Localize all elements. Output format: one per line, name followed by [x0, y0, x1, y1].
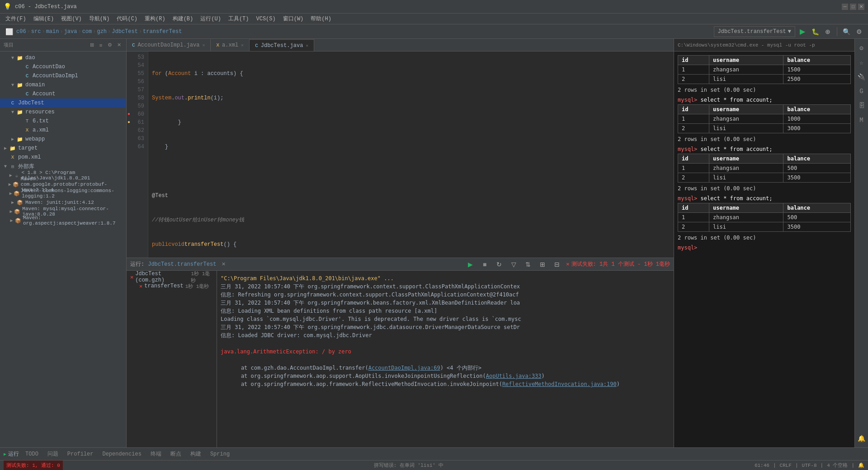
menu-refactor[interactable]: 重构(R)	[141, 14, 169, 24]
search-button[interactable]: 🔍	[841, 26, 852, 37]
menu-build[interactable]: 构建(B)	[169, 14, 197, 24]
bottom-tab-terminal[interactable]: 终端	[146, 448, 166, 460]
menu-edit[interactable]: 编辑(E)	[30, 14, 58, 24]
code-content[interactable]: for (Account i : accounts) { System.out.…	[148, 52, 674, 258]
tree-item-commons[interactable]: ▶ 📦 Maven: commons-logging:commons-loggi…	[0, 189, 126, 198]
side-icon-plugins[interactable]: 🔌	[856, 71, 867, 82]
breadcrumb-java[interactable]: java	[64, 28, 77, 35]
run-expand-button[interactable]: ⊞	[537, 259, 548, 270]
trace-link-1[interactable]: AccountDaoImpl.java:69	[368, 365, 440, 371]
bottom-tab-profiler[interactable]: Profiler	[63, 448, 98, 460]
code-editor[interactable]: 53 54 55 56 57 58 59 ● 60 ● 61 62 63 64	[127, 52, 674, 258]
side-icon-maven[interactable]: M	[856, 115, 867, 126]
menu-run[interactable]: 运行(U)	[197, 14, 225, 24]
menu-vcs[interactable]: VCS(S)	[252, 15, 279, 23]
breadcrumb-com[interactable]: com	[82, 28, 92, 35]
menu-view[interactable]: 视图(V)	[57, 14, 85, 24]
menu-code[interactable]: 代码(C)	[113, 14, 141, 24]
bottom-tab-dependencies[interactable]: Dependencies	[98, 448, 146, 460]
tree-item-mysql[interactable]: ▶ 📦 Maven: mysql:mysql-connector-java:8.…	[0, 207, 126, 216]
tree-item-jdbctest[interactable]: C JdbcTest	[0, 99, 126, 108]
side-icon-notifications[interactable]: 🔔	[856, 433, 867, 444]
tree-label-domain: domain	[25, 82, 45, 88]
tree-arrow-resources: ▼	[9, 110, 16, 115]
side-icon-bookmark[interactable]: ☆	[856, 57, 867, 68]
indent[interactable]: 4 个空格	[827, 462, 848, 469]
right-terminal-content[interactable]: idusernamebalance 1zhangsan1500 2lisi250…	[674, 52, 854, 447]
tab-axml[interactable]: X a.xml ✕	[211, 39, 250, 51]
tree-item-webapp[interactable]: ▶ 📁 webapp	[0, 135, 126, 144]
events-icon[interactable]: 🔔	[858, 462, 864, 468]
tab-jdbctest[interactable]: C JdbcTest.java ✕	[250, 39, 314, 51]
run-restart-button[interactable]: ▶	[465, 259, 476, 270]
bottom-tab-run-active[interactable]: ▶ 运行	[2, 450, 21, 458]
maximize-button[interactable]: □	[850, 4, 856, 10]
tree-item-target[interactable]: ▶ 📁 target	[0, 144, 126, 153]
tree-item-protobuf[interactable]: ▶ 📦 Maven: com.google.protobuf:protobuf-…	[0, 180, 126, 189]
tab-accountdaoimpl[interactable]: C AccountDaoImpl.java ✕	[127, 39, 211, 51]
close-tab-jdbctest[interactable]: ✕	[306, 43, 308, 48]
settings-button[interactable]: ⚙	[854, 26, 864, 37]
breadcrumb-c06[interactable]: c06	[16, 28, 26, 35]
tree-item-domain[interactable]: ▼ 📁 domain	[0, 80, 126, 89]
tree-item-pomxml[interactable]: X pom.xml	[0, 153, 126, 162]
run-button[interactable]: ▶	[797, 26, 808, 37]
side-icon-database[interactable]: 🗄	[856, 100, 867, 111]
side-icon-structure[interactable]: ⚙	[856, 42, 867, 53]
trace-link-3[interactable]: ReflectiveMethodInvocation.java:190	[502, 381, 617, 387]
tree-item-external[interactable]: ▼ ⊞ 外部库	[0, 162, 126, 171]
encoding[interactable]: UTF-8	[802, 463, 817, 468]
run-rerun-button[interactable]: ↻	[494, 259, 505, 270]
close-tab-accountdaoimpl[interactable]: ✕	[202, 42, 205, 48]
toolbar-back-button[interactable]: ⬜	[4, 26, 14, 37]
tree-item-account[interactable]: C Account	[0, 89, 126, 99]
bottom-tab-build[interactable]: 构建	[186, 448, 206, 460]
tree-item-accountdao[interactable]: C AccountDao	[0, 62, 126, 71]
menu-navigate[interactable]: 导航(N)	[85, 14, 113, 24]
panel-collapse-all[interactable]: ≡	[97, 42, 104, 49]
bottom-tab-breakpoints[interactable]: 断点	[166, 448, 186, 460]
minimize-button[interactable]: ─	[842, 4, 848, 10]
breadcrumb-jdbctest[interactable]: JdbcTest	[112, 28, 138, 35]
terminal-output[interactable]: "C:\Program Files\Java\jdk1.8.0_201\bin\…	[217, 271, 674, 447]
run-filter-button[interactable]: ▽	[508, 259, 519, 270]
line-ending[interactable]: CRLF	[780, 463, 792, 468]
tree-item-resources[interactable]: ▼ 📁 resources	[0, 108, 126, 117]
test-item-jdbctest[interactable]: ✕ JdbcTest (com.gzh) 1秒 1毫秒	[128, 273, 215, 282]
tree-item-accountdaoimpl[interactable]: C AccountDaoImpl	[0, 71, 126, 80]
menu-file[interactable]: 文件(F)	[2, 14, 30, 24]
menu-help[interactable]: 帮助(H)	[307, 14, 335, 24]
run-sort-button[interactable]: ⇅	[523, 259, 533, 270]
bottom-tab-todo[interactable]: TODO	[21, 448, 43, 460]
breadcrumb-gzh[interactable]: gzh	[97, 28, 107, 35]
run-config-selector[interactable]: JdbcTest.transferTest ▼	[714, 26, 795, 37]
tree-item-dao[interactable]: ▼ 📁 dao	[0, 53, 126, 62]
run-panel-close[interactable]: ✕	[220, 261, 227, 268]
close-tab-axml[interactable]: ✕	[241, 42, 244, 48]
side-icon-gradle[interactable]: G	[856, 86, 867, 97]
close-button[interactable]: ✕	[858, 4, 864, 10]
coverage-button[interactable]: ⊕	[822, 26, 833, 37]
run-stop-button[interactable]: ■	[479, 259, 490, 270]
bottom-tab-problems[interactable]: 问题	[43, 448, 63, 460]
tree-item-junit[interactable]: ▶ 📦 Maven: junit:junit:4.12	[0, 198, 126, 207]
line-num-53: 53	[127, 53, 148, 61]
menu-window[interactable]: 窗口(W)	[279, 14, 307, 24]
breadcrumb-src[interactable]: src	[31, 28, 41, 35]
breadcrumb-transfertest[interactable]: transferTest	[143, 28, 182, 35]
col-username-1: username	[709, 56, 783, 65]
test-item-transfertest[interactable]: ✕ transferTest 1秒 1毫秒	[128, 282, 215, 291]
cursor-position[interactable]: 61:46	[755, 463, 769, 468]
panel-close[interactable]: ✕	[115, 42, 123, 49]
breadcrumb-main[interactable]: main	[46, 28, 59, 35]
debug-button[interactable]: 🐛	[810, 26, 821, 37]
run-collapse-button[interactable]: ⊟	[552, 259, 562, 270]
menu-tools[interactable]: 工具(T)	[225, 14, 253, 24]
tree-item-axml[interactable]: X a.xml	[0, 126, 126, 135]
trace-link-2[interactable]: AopUtils.java:333	[486, 373, 542, 379]
panel-expand-all[interactable]: ⊞	[88, 42, 95, 49]
tree-item-6txt[interactable]: T 6.txt	[0, 117, 126, 126]
tree-item-aspectj[interactable]: ▶ 📦 Maven: org.aspectj:aspectjweaver:1.8…	[0, 216, 126, 225]
bottom-tab-spring[interactable]: Spring	[206, 448, 234, 460]
panel-settings[interactable]: ⚙	[106, 42, 113, 49]
